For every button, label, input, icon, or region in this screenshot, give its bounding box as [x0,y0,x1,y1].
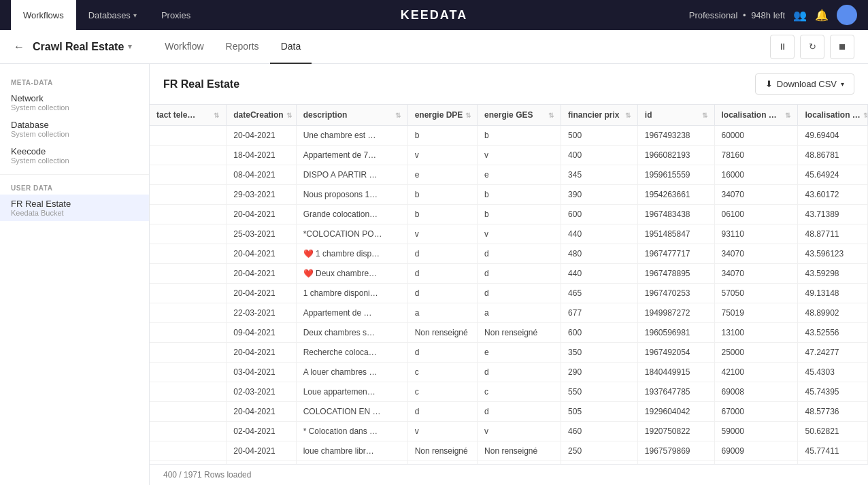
cell-financierPrix: 480 [561,244,638,264]
cell-id: 1954263661 [637,185,714,205]
nav-databases[interactable]: Databases ▾ [76,0,149,30]
table-row[interactable]: 02-03-2021Loue appartemen…cc550193764778… [150,382,868,402]
cell-contact [150,165,227,185]
table-body: 20-04-2021Une chambre est …bb50019674932… [150,126,868,465]
cell-id: 1937647785 [637,382,714,402]
back-button[interactable]: ← [14,41,24,53]
cell-energieGes: a [478,303,561,323]
sub-nav-tabs: Workflow Reports Data [154,30,312,63]
cell-financierPrix: 550 [561,382,638,402]
cell-localisation2: 45.64924 [798,165,868,185]
cell-localisation2: 49.69404 [798,126,868,146]
cell-contact [150,185,227,205]
cell-dateCreation: 20-04-2021 [227,244,296,264]
cell-description: Appartement de 7… [296,146,407,165]
cell-description: COLOCATION EN … [296,402,407,422]
cell-financierPrix: 465 [561,284,638,303]
table-row[interactable]: 20-04-2021❤️ Deux chambre…dd440196747889… [150,264,868,284]
nav-workflows[interactable]: Workflows [11,0,76,30]
sidebar-item-fr-real-estate[interactable]: FR Real Estate Keedata Bucket [0,195,149,221]
pause-button[interactable]: ⏸ [770,35,795,59]
bell-icon[interactable]: 🔔 [815,9,829,22]
cell-financierPrix: 677 [561,303,638,323]
download-csv-button[interactable]: ⬇ Download CSV ▾ [755,73,854,95]
tab-data[interactable]: Data [270,30,312,64]
cell-localisation1: 57050 [714,284,798,303]
cell-description: Loue appartemen… [296,382,407,402]
col-header-dateCreation[interactable]: dateCreation ⇅ [227,105,296,126]
sidebar-divider [0,174,149,175]
team-icon[interactable]: 👥 [793,9,807,22]
cell-localisation1: 69009 [714,441,798,461]
cell-energieGes: d [478,284,561,303]
stop-button[interactable]: ⏹ [830,35,854,59]
table-row[interactable]: 20-04-2021Recherche coloca…de35019674920… [150,343,868,363]
col-header-contact[interactable]: tact tele… ⇅ [150,105,227,126]
sidebar-item-keecode[interactable]: Keecode System collection [0,142,149,169]
col-header-localisation1[interactable]: localisation … ⇅ [714,105,798,126]
cell-localisation2: 43.596123 [798,244,868,264]
cell-energieGes: b [478,205,561,224]
table-row[interactable]: 02-04-2021* Colocation dans …vv460192075… [150,422,868,441]
refresh-button[interactable]: ↻ [800,35,824,59]
nav-proxies[interactable]: Proxies [149,0,203,30]
col-header-financierPrix[interactable]: financier prix ⇅ [561,105,638,126]
cell-dateCreation: 08-04-2021 [227,165,296,185]
cell-description: A louer chambres … [296,363,407,382]
table-row[interactable]: 18-04-2021Appartement de 7…vv40019660821… [150,146,868,165]
avatar[interactable] [837,5,857,25]
sidebar-item-network[interactable]: Network System collection [0,89,149,116]
table-row[interactable]: 20-04-2021❤️ 1 chambre disp…dd4801967477… [150,244,868,264]
cell-id: 1967493238 [637,126,714,146]
table-row[interactable]: 03-04-2021A louer chambres …cd2901840449… [150,363,868,382]
sidebar-item-database[interactable]: Database System collection [0,116,149,142]
sort-icon: ⇅ [214,112,219,119]
table-row[interactable]: 25-03-2021*COLOCATION PO…vv4401951485847… [150,224,868,244]
table-row[interactable]: 08-04-2021DISPO A PARTIR …ee345195961555… [150,165,868,185]
col-header-localisation2[interactable]: localisation … ⇅ [798,105,868,126]
cell-id: 1967477717 [637,244,714,264]
project-title[interactable]: Crawl Real Estate ▾ [33,41,132,53]
cell-id: 1967470253 [637,284,714,303]
cell-contact [150,343,227,363]
nav-databases-label: Databases [88,10,131,20]
cell-energieDpe: d [407,244,477,264]
cell-localisation2: 45.77411 [798,441,868,461]
col-header-energieGes[interactable]: energie GES ⇅ [478,105,561,126]
cell-energieGes: b [478,126,561,146]
tab-workflow[interactable]: Workflow [154,30,214,64]
cell-energieGes: d [478,264,561,284]
table-row[interactable]: 20-04-2021Grande colocation…bb6001967483… [150,205,868,224]
cell-financierPrix: 345 [561,165,638,185]
cell-localisation1: 93110 [714,224,798,244]
cell-energieGes: d [478,402,561,422]
cell-dateCreation: 29-03-2021 [227,185,296,205]
cell-financierPrix: 505 [561,402,638,422]
cell-description: Deux chambres s… [296,323,407,343]
table-row[interactable]: 20-04-2021COLOCATION EN …dd5051929604042… [150,402,868,422]
tab-reports[interactable]: Reports [215,30,270,64]
cell-localisation2: 45.74395 [798,382,868,402]
cell-energieDpe: d [407,284,477,303]
cell-dateCreation: 03-04-2021 [227,363,296,382]
cell-dateCreation: 18-04-2021 [227,146,296,165]
table-row[interactable]: 20-04-2021Une chambre est …bb50019674932… [150,126,868,146]
cell-financierPrix: 250 [561,441,638,461]
sub-navigation: ← Crawl Real Estate ▾ Workflow Reports D… [0,30,868,64]
cell-id: 1960596981 [637,323,714,343]
chevron-down-icon: ▾ [133,12,137,19]
table-row[interactable]: 22-03-2021Appartement de …aa677194998727… [150,303,868,323]
cell-localisation1: 34070 [714,244,798,264]
table-row[interactable]: 20-04-2021loue chambre libr…Non renseign… [150,441,868,461]
cell-description: loue chambre libr… [296,441,407,461]
cell-dateCreation: 22-03-2021 [227,303,296,323]
col-header-energieDpe[interactable]: energie DPE ⇅ [407,105,477,126]
cell-id: 1929604042 [637,402,714,422]
table-row[interactable]: 20-04-20211 chambre disponi…dd4651967470… [150,284,868,303]
table-header-row: tact tele… ⇅ dateCreation ⇅ [150,105,868,126]
col-header-description[interactable]: description ⇅ [296,105,407,126]
cell-contact [150,264,227,284]
col-header-id[interactable]: id ⇅ [637,105,714,126]
table-row[interactable]: 09-04-2021Deux chambres s…Non renseignéN… [150,323,868,343]
table-row[interactable]: 29-03-2021Nous proposons 1…bb39019542636… [150,185,868,205]
